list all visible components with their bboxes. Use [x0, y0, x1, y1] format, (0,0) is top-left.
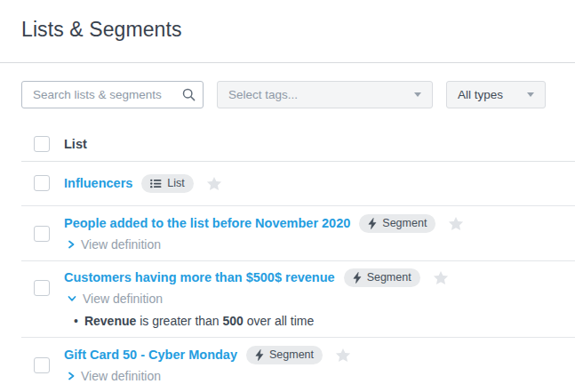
- segment-type-badge: Segment: [344, 268, 420, 287]
- list-name-link[interactable]: Influencers: [64, 176, 132, 190]
- segment-definition: • Revenue is greater than 500 over all t…: [21, 314, 575, 328]
- filter-bar: Select tags... All types: [21, 81, 554, 108]
- view-definition-label: View definition: [81, 369, 161, 383]
- favorite-star-icon[interactable]: [335, 348, 351, 363]
- favorite-star-icon[interactable]: [433, 270, 449, 285]
- chevron-down-icon: [414, 92, 421, 97]
- search-input[interactable]: [21, 81, 204, 108]
- favorite-star-icon[interactable]: [448, 216, 464, 231]
- flash-icon: [368, 218, 377, 229]
- flash-icon: [353, 272, 362, 284]
- view-definition-toggle[interactable]: View definition: [64, 237, 464, 252]
- table-row: Influencers List: [21, 162, 575, 206]
- type-dropdown[interactable]: All types: [446, 81, 546, 108]
- table-row: Customers having more than $500$ revenue…: [21, 261, 575, 338]
- badge-label: Segment: [269, 348, 314, 361]
- segment-name-link[interactable]: People added to the list before November…: [64, 216, 350, 230]
- flash-icon: [255, 349, 264, 361]
- type-dropdown-value: All types: [458, 88, 503, 101]
- tags-dropdown-placeholder: Select tags...: [228, 88, 298, 101]
- lists-table: List Influencers List: [21, 108, 575, 392]
- table-row: Gift Card 50 - Cyber Monday Segment: [21, 338, 575, 392]
- segment-name-link[interactable]: Customers having more than $500$ revenue: [64, 270, 335, 284]
- row-checkbox[interactable]: [34, 226, 50, 242]
- table-row: People added to the list before November…: [21, 206, 575, 261]
- badge-label: Segment: [382, 217, 427, 229]
- segment-type-badge: Segment: [246, 346, 323, 364]
- bullet-icon: •: [74, 314, 78, 328]
- favorite-star-icon[interactable]: [206, 176, 222, 191]
- row-checkbox[interactable]: [34, 175, 50, 191]
- row-checkbox[interactable]: [34, 357, 50, 373]
- select-all-checkbox[interactable]: [34, 136, 50, 152]
- chevron-down-icon: [527, 92, 534, 97]
- table-header: List: [21, 108, 575, 162]
- page-header: Lists & Segments: [0, 0, 575, 63]
- lists-and-segments-page: Lists & Segments Select tags... All type…: [0, 0, 575, 392]
- view-definition-label: View definition: [83, 292, 163, 306]
- view-definition-toggle[interactable]: View definition: [64, 369, 351, 383]
- chevron-right-icon: [67, 371, 76, 381]
- segment-type-badge: Segment: [359, 214, 435, 233]
- segment-name-link[interactable]: Gift Card 50 - Cyber Monday: [64, 348, 237, 362]
- badge-label: Segment: [367, 271, 411, 284]
- row-checkbox[interactable]: [34, 280, 50, 296]
- chevron-down-icon: [67, 293, 77, 304]
- chevron-right-icon: [67, 239, 76, 250]
- tags-dropdown[interactable]: Select tags...: [217, 81, 433, 108]
- list-column-header: List: [64, 137, 87, 151]
- view-definition-label: View definition: [81, 237, 161, 252]
- view-definition-toggle[interactable]: View definition: [64, 292, 449, 306]
- list-icon: [150, 179, 162, 188]
- badge-label: List: [167, 177, 184, 189]
- definition-text: Revenue is greater than 500 over all tim…: [84, 314, 314, 328]
- search-box: [21, 81, 204, 108]
- list-type-badge: List: [141, 174, 193, 193]
- page-title: Lists & Segments: [21, 18, 554, 42]
